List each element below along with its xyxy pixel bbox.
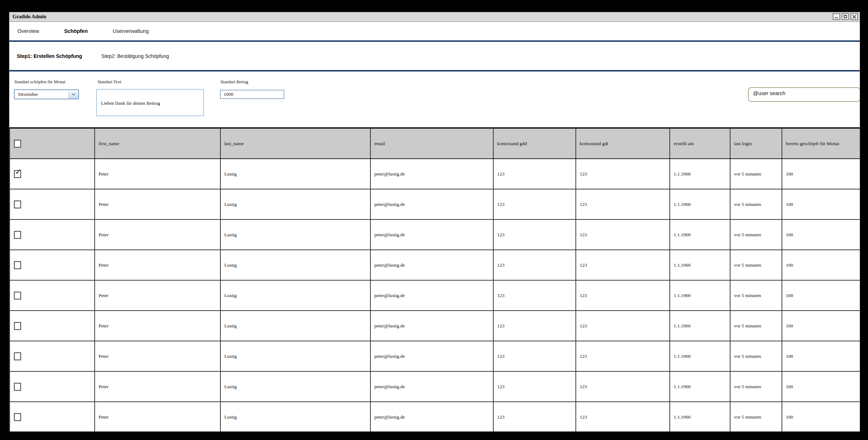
cell-kontostand-gdd: 123 — [494, 189, 576, 219]
maximize-icon — [844, 15, 847, 18]
cell-bereits-geschoepft: 100 — [782, 189, 860, 219]
cell-last-name: Lustig — [221, 372, 371, 401]
app-window: Gradido Admin Overview Schöpfen Userverw… — [9, 12, 860, 432]
row-checkbox[interactable] — [14, 413, 21, 421]
cell-kontostand-gdt: 123 — [576, 372, 670, 401]
row-checkbox[interactable] — [14, 383, 21, 391]
month-select-value: Dezember — [15, 92, 69, 97]
row-checkbox[interactable] — [14, 201, 21, 208]
month-select-dropdown-button[interactable] — [69, 90, 78, 99]
cell-bereits-geschoepft: 100 — [782, 372, 860, 401]
table-header-row: first_name last_name email kontostand gd… — [10, 129, 860, 159]
table-row: Peter Lustig peter@lustig.de 123 123 1.1… — [10, 281, 860, 311]
tab-overview[interactable]: Overview — [18, 28, 39, 34]
cell-erstellt-am: 1.1.1900 — [670, 250, 730, 280]
row-checkbox[interactable] — [14, 352, 21, 360]
cell-last-login: vor 5 minuten — [730, 372, 782, 401]
cell-kontostand-gdt: 123 — [576, 250, 670, 280]
row-select-cell — [10, 189, 95, 219]
cell-email: peter@lustig.de — [371, 220, 494, 249]
cell-kontostand-gdd: 123 — [494, 220, 576, 249]
row-checkbox[interactable] — [14, 322, 21, 330]
cell-kontostand-gdd: 123 — [494, 311, 576, 341]
table-row: Peter Lustig peter@lustig.de 123 123 1.1… — [10, 311, 860, 341]
cell-kontostand-gdd: 123 — [494, 402, 576, 432]
table-body: ✓ Peter Lustig peter@lustig.de 123 123 1… — [10, 159, 860, 432]
amount-label: Standart Betrag — [220, 79, 248, 85]
cell-kontostand-gdt: 123 — [576, 189, 670, 219]
tab-userverwaltung[interactable]: Userverwaltung — [113, 28, 149, 34]
table-row: Peter Lustig peter@lustig.de 123 123 1.1… — [10, 372, 860, 402]
minimize-button[interactable] — [833, 13, 840, 20]
row-checkbox[interactable] — [14, 261, 21, 269]
row-select-cell — [10, 402, 95, 432]
cell-email: peter@lustig.de — [371, 189, 494, 219]
cell-last-login: vor 5 minuten — [730, 311, 782, 341]
standard-text-input[interactable]: Lieben Dank für deinen Beitrag — [96, 89, 204, 116]
close-button[interactable] — [850, 13, 858, 20]
row-select-cell — [10, 311, 95, 341]
cell-erstellt-am: 1.1.1900 — [670, 372, 730, 401]
maximize-button[interactable] — [842, 13, 849, 20]
minimize-icon — [835, 18, 838, 18]
cell-email: peter@lustig.de — [371, 341, 494, 371]
header-email: email — [371, 129, 494, 158]
step1-tab[interactable]: Step1: Erstellen Schöpfung — [17, 53, 82, 59]
tab-schoepfen[interactable]: Schöpfen — [64, 28, 88, 34]
header-last-login: last login — [730, 129, 782, 158]
row-checkbox[interactable] — [14, 231, 21, 239]
standard-text-label: Standart Text — [98, 79, 121, 85]
row-select-cell — [10, 220, 95, 249]
cell-last-name: Lustig — [221, 281, 371, 310]
header-kontostand-gdt: kontostand gdt — [576, 129, 670, 158]
cell-bereits-geschoepft: 100 — [782, 250, 860, 280]
table-row: Peter Lustig peter@lustig.de 123 123 1.1… — [10, 402, 860, 432]
cell-email: peter@lustig.de — [371, 159, 494, 189]
row-checkbox[interactable]: ✓ — [14, 170, 21, 178]
chevron-down-icon — [71, 92, 75, 95]
amount-input[interactable] — [220, 90, 284, 99]
header-select-cell — [10, 129, 95, 158]
cell-kontostand-gdd: 123 — [494, 250, 576, 280]
cell-bereits-geschoepft: 100 — [782, 220, 860, 249]
cell-kontostand-gdd: 123 — [494, 159, 576, 189]
cell-first-name: Peter — [95, 189, 221, 219]
cell-bereits-geschoepft: 100 — [782, 341, 860, 371]
row-checkbox[interactable] — [14, 292, 21, 300]
cell-first-name: Peter — [95, 311, 221, 341]
cell-last-name: Lustig — [221, 159, 371, 189]
cell-last-login: vor 5 minuten — [730, 220, 782, 249]
users-table: first_name last_name email kontostand gd… — [9, 127, 860, 432]
cell-kontostand-gdd: 123 — [494, 341, 576, 371]
header-bereits-geschoepft: bereits geschöpft für Monat — [782, 129, 860, 158]
cell-email: peter@lustig.de — [371, 402, 494, 432]
cell-email: peter@lustig.de — [371, 250, 494, 280]
cell-erstellt-am: 1.1.1900 — [670, 220, 730, 249]
stepbar-divider — [9, 70, 860, 71]
cell-last-login: vor 5 minuten — [730, 189, 782, 219]
table-row: Peter Lustig peter@lustig.de 123 123 1.1… — [10, 341, 860, 372]
cell-last-login: vor 5 minuten — [730, 281, 782, 310]
cell-erstellt-am: 1.1.1900 — [670, 311, 730, 341]
cell-last-name: Lustig — [221, 402, 371, 432]
cell-first-name: Peter — [95, 159, 221, 189]
cell-first-name: Peter — [95, 402, 221, 432]
row-select-cell — [10, 372, 95, 401]
cell-email: peter@lustig.de — [371, 281, 494, 310]
cell-first-name: Peter — [95, 281, 221, 310]
step2-tab[interactable]: Step2: Bestätigung Schöpfung — [101, 53, 169, 59]
cell-last-name: Lustig — [221, 220, 371, 249]
user-search-input[interactable] — [748, 87, 860, 102]
cell-kontostand-gdd: 123 — [494, 281, 576, 310]
cell-last-login: vor 5 minuten — [730, 159, 782, 189]
cell-kontostand-gdd: 123 — [494, 372, 576, 401]
cell-first-name: Peter — [95, 250, 221, 280]
cell-kontostand-gdt: 123 — [576, 311, 670, 341]
cell-email: peter@lustig.de — [371, 311, 494, 341]
header-first-name: first_name — [95, 129, 221, 158]
table-row: Peter Lustig peter@lustig.de 123 123 1.1… — [10, 250, 860, 281]
month-select[interactable]: Dezember — [14, 89, 79, 99]
cell-last-login: vor 5 minuten — [730, 341, 782, 371]
header-last-name: last_name — [221, 129, 371, 158]
select-all-checkbox[interactable] — [14, 140, 21, 148]
